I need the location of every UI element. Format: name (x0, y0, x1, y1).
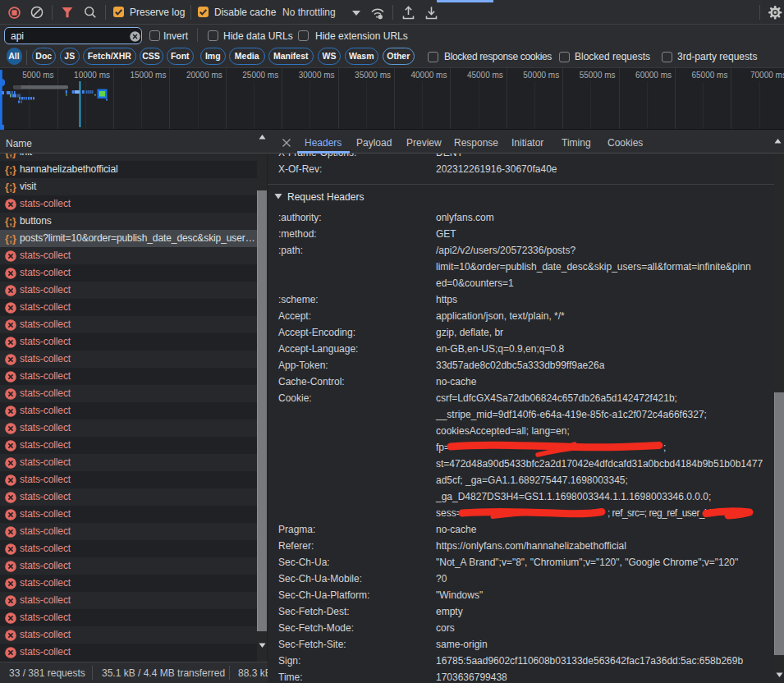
svg-text:{;}: {;} (5, 233, 16, 245)
svg-text:{;}: {;} (5, 154, 16, 158)
svg-text:{;}: {;} (5, 216, 16, 227)
svg-text:{;}: {;} (5, 181, 16, 193)
svg-text:{;}: {;} (5, 164, 16, 176)
